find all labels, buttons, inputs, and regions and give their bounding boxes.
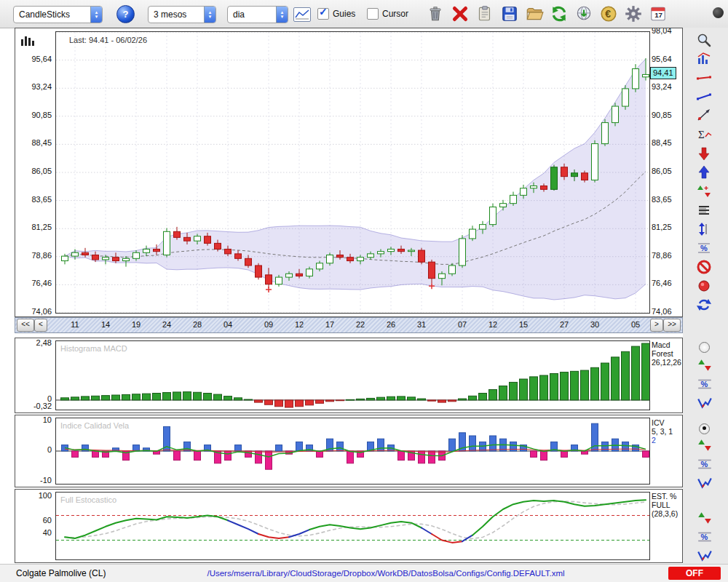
x-axis-label: 22 xyxy=(356,320,365,329)
record-icon[interactable] xyxy=(695,278,714,295)
open-folder-icon[interactable] xyxy=(525,4,544,23)
toolbar: CandleSticks ▲▼ ? 3 mesos ▲▼ dia ▲▼ ✓ Gu… xyxy=(0,0,728,28)
nav-first-button[interactable]: << xyxy=(17,319,34,332)
scale-arrows-icon[interactable] xyxy=(695,221,714,239)
x-axis-label: 09 xyxy=(264,320,273,329)
signal-arrows-icon[interactable] xyxy=(697,438,713,453)
nav-next-button[interactable]: > xyxy=(650,319,663,332)
checkbox-box[interactable]: ✓ xyxy=(317,8,329,20)
svg-text:%: % xyxy=(701,460,708,469)
chart-type-combo[interactable]: CandleSticks ▲▼ xyxy=(13,6,103,23)
y-axis-label: 93,24 xyxy=(17,82,52,91)
x-axis-label: 07 xyxy=(458,320,467,329)
x-axis-label: 12 xyxy=(488,320,497,329)
y-axis-label: 81,25 xyxy=(17,223,52,231)
x-axis-label: 12 xyxy=(295,320,304,329)
clipboard-icon[interactable] xyxy=(475,4,494,23)
blue-line-icon[interactable] xyxy=(695,89,714,106)
forbid-icon[interactable] xyxy=(695,259,714,276)
icv-panel-radio[interactable] xyxy=(699,423,710,434)
y-axis-label: 76,46 xyxy=(17,279,52,287)
arrow-up-blue-icon[interactable] xyxy=(695,164,714,182)
svg-text:17: 17 xyxy=(654,11,662,19)
curve-icon[interactable] xyxy=(697,476,713,490)
config-path-label: /Users/mserra/Library/CloudStorage/Dropb… xyxy=(116,569,655,578)
stepper-icon[interactable]: ▲▼ xyxy=(276,7,288,23)
toolbar-icon-row: €17 xyxy=(426,4,668,23)
svg-text:%: % xyxy=(701,533,708,541)
y-axis-label: 93,24 xyxy=(652,82,672,91)
off-button[interactable]: OFF xyxy=(668,567,721,580)
mini-chart-button[interactable] xyxy=(293,7,311,22)
x-axis-label: 19 xyxy=(132,320,141,329)
arrow-down-red-icon[interactable] xyxy=(695,146,714,163)
symbol-label: Colgate Palmolive (CL) xyxy=(16,568,106,578)
macd-plot[interactable] xyxy=(55,340,650,410)
cursor-checkbox[interactable]: Cursor xyxy=(367,8,408,20)
cursor-label: Cursor xyxy=(382,9,408,19)
help-button[interactable]: ? xyxy=(116,5,135,23)
window-dot-button[interactable] xyxy=(713,7,724,18)
percent-lines-icon[interactable]: % xyxy=(697,377,713,391)
y-axis-label: 60 xyxy=(17,516,52,525)
stepper-icon[interactable]: ▲▼ xyxy=(204,7,215,23)
y-axis-label: 86,05 xyxy=(652,167,672,175)
svg-text:%: % xyxy=(701,380,708,388)
x-axis-label: 24 xyxy=(162,320,171,329)
y-axis-label: 83,65 xyxy=(652,195,672,204)
y-axis-label: 76,46 xyxy=(652,279,672,287)
macd-panel-radio[interactable] xyxy=(699,342,710,353)
percent-icon[interactable]: % xyxy=(695,240,714,258)
save-icon[interactable] xyxy=(500,4,519,23)
signal-arrows-icon[interactable] xyxy=(697,511,713,525)
y-axis-label: 2,48 xyxy=(17,338,52,347)
trendline-icon[interactable] xyxy=(695,108,714,125)
trash-icon[interactable] xyxy=(426,4,445,23)
percent-lines-icon[interactable]: % xyxy=(697,530,713,544)
delete-x-icon[interactable] xyxy=(451,4,470,23)
calendar-icon[interactable]: 17 xyxy=(649,4,668,23)
icv-plot[interactable] xyxy=(55,418,650,485)
main-chart-plot[interactable] xyxy=(55,31,650,314)
euro-icon[interactable]: € xyxy=(599,4,618,23)
y-axis-label: 86,05 xyxy=(17,167,52,175)
nav-prev-button[interactable]: < xyxy=(34,319,47,332)
macd-title: Histograma MACD xyxy=(60,344,127,353)
curve-icon[interactable] xyxy=(697,396,713,410)
y-axis-label: 74,06 xyxy=(17,307,52,316)
stochastic-annotation: EST. % FULL (28,3,6) xyxy=(652,492,678,518)
download-globe-icon[interactable] xyxy=(574,4,593,23)
y-axis-label: 78,86 xyxy=(17,251,52,260)
chart-stamp-icon xyxy=(20,35,36,49)
interval-value: dia xyxy=(228,9,276,20)
y-axis-label: 95,64 xyxy=(652,55,672,63)
curve-icon[interactable] xyxy=(697,549,713,563)
svg-text:€: € xyxy=(605,8,611,20)
y-axis-label: 98,04 xyxy=(652,28,672,35)
zoom-icon[interactable] xyxy=(695,32,714,49)
y-axis-label: 78,86 xyxy=(652,251,672,260)
nav-last-button[interactable]: >> xyxy=(663,319,681,332)
icv-panel: Indice Calidad Vela ICV 5, 3, 1 2 100-10 xyxy=(15,415,683,487)
chart-type-icon[interactable] xyxy=(695,51,714,68)
red-line-icon[interactable] xyxy=(695,70,714,87)
y-axis-label: 95,64 xyxy=(17,55,52,63)
signals-icon[interactable] xyxy=(695,183,714,201)
y-axis-label: 74,06 xyxy=(652,307,672,316)
stochastic-plot[interactable] xyxy=(55,492,650,560)
list-icon[interactable] xyxy=(695,202,714,220)
x-axis-label: 15 xyxy=(519,320,528,329)
x-axis-navbar: << < > >> 111419242804091217222631071215… xyxy=(15,317,683,333)
gear-icon[interactable] xyxy=(624,4,643,23)
checkbox-box[interactable] xyxy=(367,8,379,20)
refresh-icon[interactable] xyxy=(550,4,569,23)
sync-icon[interactable] xyxy=(695,297,714,314)
guies-checkbox[interactable]: ✓ Guies xyxy=(317,8,355,20)
signal-arrows-icon[interactable] xyxy=(697,358,713,372)
period-combo[interactable]: 3 mesos ▲▼ xyxy=(148,6,216,23)
sigma-icon[interactable]: Σ xyxy=(695,127,714,144)
percent-lines-icon[interactable]: % xyxy=(697,457,713,471)
chart-type-value: CandleSticks xyxy=(14,9,90,20)
interval-combo[interactable]: dia ▲▼ xyxy=(227,6,288,23)
stepper-icon[interactable]: ▲▼ xyxy=(90,7,102,23)
